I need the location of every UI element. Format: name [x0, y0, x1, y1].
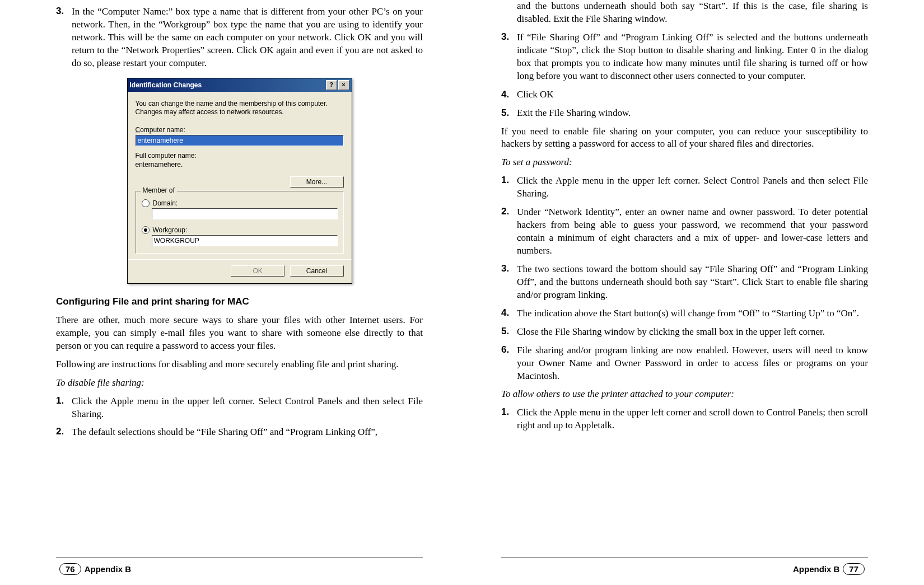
step-number: 6.: [501, 344, 517, 383]
full-name-label: Full computer name:: [136, 152, 344, 160]
workgroup-radio[interactable]: [142, 226, 150, 234]
right-step-4: 4.Click OK: [501, 88, 868, 101]
footer-label: Appendix B: [793, 564, 839, 574]
domain-radio[interactable]: [142, 199, 150, 207]
workgroup-label: Workgroup:: [153, 226, 188, 234]
workgroup-input[interactable]: [152, 235, 338, 246]
step-body: and the buttons underneath should both s…: [517, 0, 868, 26]
identification-changes-dialog: Identification Changes ? × You can chang…: [127, 78, 352, 284]
computer-name-label: Computer name:: [136, 126, 344, 134]
step-number: 4.: [501, 307, 517, 320]
disable-file-sharing-label: To disable file sharing:: [56, 377, 423, 390]
step-number: 3.: [56, 6, 72, 70]
computer-name-input[interactable]: [136, 135, 344, 146]
set-password-label: To set a password:: [501, 156, 868, 169]
dialog-screenshot: Identification Changes ? × You can chang…: [56, 78, 423, 284]
after-paragraph: If you need to enable file sharing on yo…: [501, 125, 868, 151]
workgroup-radio-row[interactable]: Workgroup:: [142, 226, 338, 234]
dialog-button-row: OK Cancel: [128, 259, 352, 283]
step-body: File sharing and/or program linking are …: [517, 344, 868, 383]
pw-step-2: 2. Under “Network Identity”, enter an ow…: [501, 206, 868, 258]
pw-step-3: 3. The two sections toward the bottom sh…: [501, 263, 868, 302]
close-icon[interactable]: ×: [338, 80, 349, 90]
step-body: Click the Apple menu in the upper left c…: [517, 175, 868, 200]
domain-input[interactable]: [152, 208, 338, 219]
footer-label: Appendix B: [85, 564, 131, 574]
left-step-3: 3. In the “Computer Name:” box type a na…: [56, 6, 423, 70]
printer-step-1: 1. Click the Apple menu in the upper lef…: [501, 406, 868, 432]
mac-heading: Configuring File and print sharing for M…: [56, 296, 423, 307]
full-name-value: enternamehere.: [136, 161, 344, 169]
member-of-group: Member of Domain: Workgroup:: [136, 191, 344, 254]
printer-label: To allow others to use the printer attac…: [501, 388, 868, 401]
cancel-button[interactable]: Cancel: [290, 265, 344, 277]
footer-left: 76 Appendix B: [0, 563, 462, 575]
disable-step-2: 2. The default selections should be “Fil…: [56, 426, 423, 439]
right-step-5: 5.Exit the File Sharing window.: [501, 107, 868, 120]
mac-paragraph-1: There are other, much more secure ways t…: [56, 314, 423, 353]
step-body: The default selections should be “File S…: [72, 426, 423, 439]
dialog-intro: You can change the name and the membersh…: [136, 100, 344, 117]
step-number: 1.: [501, 175, 517, 200]
domain-radio-row[interactable]: Domain:: [142, 199, 338, 207]
step-body: Under “Network Identity”, enter an owner…: [517, 206, 868, 258]
continuation-line: and the buttons underneath should both s…: [501, 0, 868, 26]
step-body: The two sections toward the bottom shoul…: [517, 263, 868, 302]
pw-step-6: 6. File sharing and/or program linking a…: [501, 344, 868, 383]
pw-step-1: 1. Click the Apple menu in the upper lef…: [501, 175, 868, 200]
step-body: The indication above the Start button(s)…: [517, 307, 868, 320]
dialog-title: Identification Changes: [130, 81, 202, 89]
step-number: 2.: [56, 426, 72, 439]
pw-step-5: 5. Close the File Sharing window by clic…: [501, 326, 868, 339]
right-step-3: 3. If “File Sharing Off” and “Program Li…: [501, 31, 868, 83]
pw-step-4: 4. The indication above the Start button…: [501, 307, 868, 320]
step-number: 1.: [501, 406, 517, 432]
page-76: 3. In the “Computer Name:” box type a na…: [0, 0, 462, 585]
member-of-legend: Member of: [141, 186, 177, 194]
step-number: 1.: [56, 395, 72, 421]
step-body: Close the File Sharing window by clickin…: [517, 326, 868, 339]
page-number: 77: [843, 563, 865, 575]
disable-step-1: 1. Click the Apple menu in the upper lef…: [56, 395, 423, 421]
mac-paragraph-2: Following are instructions for disabling…: [56, 358, 423, 371]
step-number: 5.: [501, 326, 517, 339]
step-number: 3.: [501, 263, 517, 302]
more-button[interactable]: More...: [290, 176, 344, 188]
footer-right: Appendix B 77: [462, 563, 924, 575]
dialog-titlebar: Identification Changes ? ×: [128, 78, 352, 92]
step-number: 2.: [501, 206, 517, 258]
step-body: Click the Apple menu in the upper left c…: [517, 406, 868, 432]
step-number: 3.: [501, 31, 517, 83]
step-body: Click the Apple menu in the upper left c…: [72, 395, 423, 421]
page-77: and the buttons underneath should both s…: [462, 0, 924, 585]
step-body: If “File Sharing Off” and “Program Linki…: [517, 31, 868, 83]
domain-label: Domain:: [153, 199, 178, 207]
page-number: 76: [59, 563, 81, 575]
ok-button[interactable]: OK: [231, 265, 284, 277]
step-body: In the “Computer Name:” box type a name …: [72, 6, 423, 70]
help-icon[interactable]: ?: [326, 80, 337, 90]
